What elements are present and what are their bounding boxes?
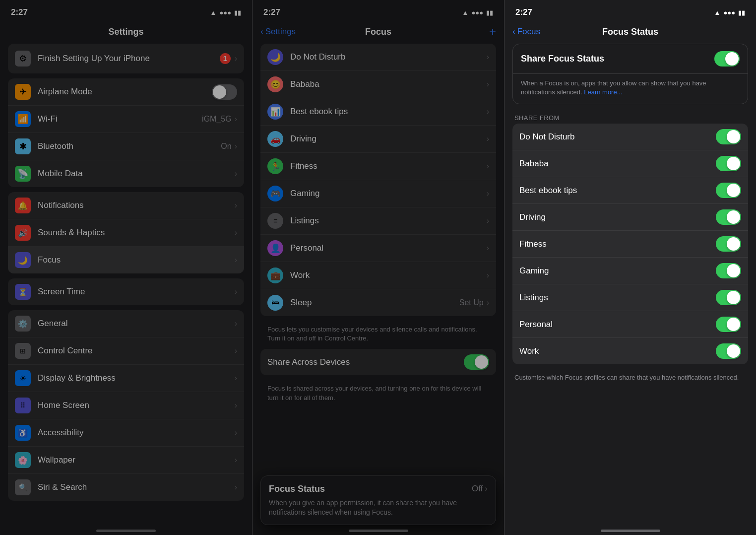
focus-driving-item[interactable]: 🚗 Driving › bbox=[260, 126, 496, 153]
finish-text: Finish Setting Up Your iPhone bbox=[38, 54, 220, 64]
personal-label: Personal bbox=[290, 243, 487, 253]
status-icons-1: ▲ ●●● ▮▮ bbox=[210, 9, 241, 16]
focus-item[interactable]: 🌙 Focus › bbox=[8, 247, 244, 273]
focus-listings-item[interactable]: ≡ Listings › bbox=[260, 207, 496, 235]
sf-bababa[interactable]: Bababa bbox=[512, 150, 748, 177]
sf-bababa-toggle[interactable] bbox=[716, 156, 741, 171]
notifications-item[interactable]: 🔔 Notifications › bbox=[8, 192, 244, 219]
sf-gaming[interactable]: Gaming bbox=[512, 258, 748, 284]
sf-listings-toggle[interactable] bbox=[716, 290, 741, 305]
focus-status-popup[interactable]: Focus Status Off › When you give an app … bbox=[260, 475, 496, 525]
accessibility-label: Accessibility bbox=[38, 428, 235, 438]
back-label: Settings bbox=[265, 27, 296, 37]
popup-header: Focus Status Off › bbox=[269, 484, 488, 494]
sounds-item[interactable]: 🔊 Sounds & Haptics › bbox=[8, 219, 244, 247]
bababa-icon: 😊 bbox=[267, 76, 283, 92]
homescreen-icon: ⠿ bbox=[15, 398, 31, 413]
bababa-label: Bababa bbox=[290, 79, 487, 89]
sf-listings[interactable]: Listings bbox=[512, 284, 748, 311]
focus-donotdisturb-item[interactable]: 🌙 Do Not Disturb › bbox=[260, 44, 496, 71]
sf-personal-toggle[interactable] bbox=[716, 317, 741, 332]
sf-bestebook[interactable]: Best ebook tips bbox=[512, 177, 748, 204]
focus-back-button[interactable]: ‹ Settings bbox=[260, 27, 296, 37]
mobiledata-item[interactable]: 📡 Mobile Data › bbox=[8, 160, 244, 187]
bluetooth-chevron: › bbox=[235, 142, 237, 151]
accessibility-item[interactable]: ♿ Accessibility › bbox=[8, 419, 244, 447]
airplane-label: Airplane Mode bbox=[38, 87, 212, 97]
share-focus-toggle[interactable] bbox=[714, 51, 740, 67]
sf-work-toggle[interactable] bbox=[716, 343, 741, 359]
learn-more-link[interactable]: Learn more... bbox=[584, 88, 622, 96]
airplane-mode-item[interactable]: ✈ Airplane Mode bbox=[8, 78, 244, 106]
controlcentre-item[interactable]: ⊞ Control Centre › bbox=[8, 337, 244, 365]
sf-driving[interactable]: Driving bbox=[512, 204, 748, 231]
focus-chevron: › bbox=[235, 256, 237, 265]
listings-chevron: › bbox=[487, 216, 489, 225]
focusstatus-back-button[interactable]: ‹ Focus bbox=[512, 27, 540, 37]
bestebook-label: Best ebook tips bbox=[290, 107, 487, 117]
sf-work-label: Work bbox=[519, 346, 716, 356]
displaybrightness-label: Display & Brightness bbox=[38, 373, 235, 383]
homescreen-item[interactable]: ⠿ Home Screen › bbox=[8, 392, 244, 419]
controlcentre-chevron: › bbox=[235, 346, 237, 355]
airplane-toggle[interactable] bbox=[212, 84, 237, 100]
focus-gaming-item[interactable]: 🎮 Gaming › bbox=[260, 180, 496, 207]
share-focus-card: Share Focus Status When a Focus is on, a… bbox=[512, 44, 748, 104]
finish-banner[interactable]: ⚙ Finish Setting Up Your iPhone 1 › bbox=[8, 44, 244, 73]
sf-driving-toggle[interactable] bbox=[716, 209, 741, 225]
wallpaper-icon: 🌸 bbox=[15, 452, 31, 468]
mobiledata-label: Mobile Data bbox=[38, 169, 235, 179]
sf-fitness-label: Fitness bbox=[519, 239, 716, 249]
bestebook-chevron: › bbox=[487, 107, 489, 116]
sf-bestebook-label: Best ebook tips bbox=[519, 186, 716, 196]
wifi-icon: ▲ bbox=[210, 9, 217, 16]
finish-chevron: › bbox=[235, 54, 237, 63]
sf-fitness[interactable]: Fitness bbox=[512, 231, 748, 258]
focus-add-button[interactable]: + bbox=[489, 25, 496, 39]
work-icon: 💼 bbox=[267, 268, 283, 283]
focus-fitness-item[interactable]: 🏃 Fitness › bbox=[260, 153, 496, 180]
sf-donotdisturb[interactable]: Do Not Disturb bbox=[512, 124, 748, 150]
screentime-item[interactable]: ⏳ Screen Time › bbox=[8, 278, 244, 305]
sounds-label: Sounds & Haptics bbox=[38, 228, 235, 238]
sf-fitness-toggle[interactable] bbox=[716, 236, 741, 252]
sf-gaming-toggle[interactable] bbox=[716, 263, 741, 278]
mobiledata-icon: 📡 bbox=[15, 166, 31, 182]
sf-donotdisturb-toggle[interactable] bbox=[716, 129, 741, 144]
general-chevron: › bbox=[235, 319, 237, 328]
share-across-toggle[interactable] bbox=[464, 354, 489, 370]
focus-work-item[interactable]: 💼 Work › bbox=[260, 262, 496, 289]
wifi-item[interactable]: 📶 Wi-Fi iGM_5G › bbox=[8, 106, 244, 133]
settings-nav: Settings bbox=[0, 22, 252, 44]
bluetooth-item[interactable]: ✱ Bluetooth On › bbox=[8, 133, 244, 160]
fitness-label: Fitness bbox=[290, 161, 487, 171]
focus-bababa-item[interactable]: 😊 Bababa › bbox=[260, 71, 496, 98]
focus-personal-item[interactable]: 👤 Personal › bbox=[260, 235, 496, 262]
sleep-icon: 🛏 bbox=[267, 295, 283, 311]
displaybrightness-item[interactable]: ☀ Display & Brightness › bbox=[8, 365, 244, 392]
general-icon: ⚙️ bbox=[15, 316, 31, 332]
wallpaper-item[interactable]: 🌸 Wallpaper › bbox=[8, 447, 244, 474]
work-label: Work bbox=[290, 270, 487, 280]
popup-title: Focus Status bbox=[269, 484, 325, 494]
sf-personal[interactable]: Personal bbox=[512, 311, 748, 338]
share-focus-main[interactable]: Share Focus Status bbox=[513, 44, 748, 74]
general-item[interactable]: ⚙️ General › bbox=[8, 310, 244, 337]
controlcentre-label: Control Centre bbox=[38, 346, 235, 356]
sleep-value: Set Up bbox=[459, 298, 484, 307]
gaming-label: Gaming bbox=[290, 189, 487, 199]
back-label-3: Focus bbox=[517, 27, 540, 37]
focus-bestebook-item[interactable]: 📊 Best ebook tips › bbox=[260, 98, 496, 126]
siri-item[interactable]: 🔍 Siri & Search › bbox=[8, 474, 244, 501]
gaming-icon: 🎮 bbox=[267, 186, 283, 201]
settings-scroll[interactable]: ⚙ Finish Setting Up Your iPhone 1 › ✈ Ai… bbox=[0, 44, 252, 535]
focus-icon: 🌙 bbox=[15, 252, 31, 268]
focus-sleep-item[interactable]: 🛏 Sleep Set Up › bbox=[260, 289, 496, 316]
focus-scroll[interactable]: 🌙 Do Not Disturb › 😊 Bababa › 📊 Best ebo… bbox=[252, 44, 504, 535]
share-from-label: SHARE FROM bbox=[512, 109, 748, 124]
sf-work[interactable]: Work bbox=[512, 338, 748, 364]
share-across-item[interactable]: Share Across Devices bbox=[260, 349, 496, 375]
focusstatus-scroll[interactable]: Share Focus Status When a Focus is on, a… bbox=[504, 44, 756, 535]
battery-icon: ▮▮ bbox=[234, 9, 241, 16]
sf-bestebook-toggle[interactable] bbox=[716, 183, 741, 198]
